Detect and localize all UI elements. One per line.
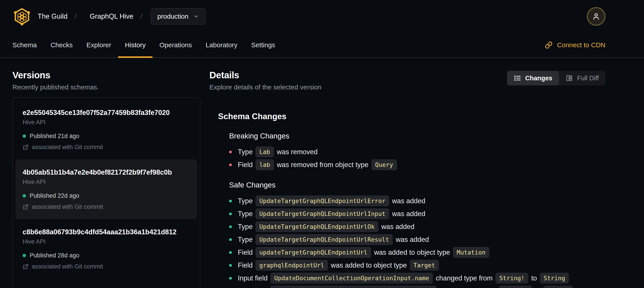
versions-title: Versions bbox=[12, 70, 200, 81]
change-item: Fieldlabwas removed from object typeQuer… bbox=[229, 159, 606, 170]
breadcrumb-separator: / bbox=[74, 13, 76, 20]
tab-checks[interactable]: Checks bbox=[50, 33, 73, 57]
change-item: FieldgraphqlEndpointUrlwas added to obje… bbox=[229, 260, 606, 271]
view-toggle: Changes Full Diff bbox=[507, 71, 606, 85]
change-text: was removed from object type bbox=[277, 161, 368, 169]
change-text: Input field bbox=[238, 287, 268, 288]
version-service: Hive API bbox=[22, 238, 190, 245]
version-service: Hive API bbox=[22, 119, 190, 126]
change-text: Type bbox=[238, 197, 253, 205]
version-card[interactable]: a823f6db2a55df877dcf406006abca97fcc4858c… bbox=[16, 279, 197, 288]
tab-operations[interactable]: Operations bbox=[159, 33, 192, 57]
external-link-icon bbox=[22, 144, 28, 150]
published-text: Published 21d ago bbox=[30, 133, 79, 140]
target-selector[interactable]: production bbox=[151, 8, 206, 25]
change-text: was added bbox=[396, 236, 429, 244]
version-service: Hive API bbox=[22, 179, 190, 185]
change-bullet bbox=[229, 277, 232, 279]
breadcrumb-org[interactable]: The Guild bbox=[38, 13, 67, 21]
change-text: Field bbox=[238, 161, 253, 169]
breaking-changes-title: Breaking Changes bbox=[229, 132, 606, 140]
change-text: Field bbox=[238, 248, 253, 256]
version-published-row: Published 21d ago bbox=[22, 133, 190, 140]
tab-explorer[interactable]: Explorer bbox=[86, 33, 111, 57]
main-content: Versions Recently published schemas. e2e… bbox=[0, 58, 644, 288]
schema-changes-section: Schema Changes Breaking Changes TypeLabw… bbox=[210, 112, 606, 288]
version-git-row[interactable]: associated with Git commit bbox=[22, 144, 190, 151]
change-bullet bbox=[229, 238, 232, 241]
details-heading-block: Details Explore details of the selected … bbox=[210, 70, 321, 91]
change-text: to bbox=[531, 274, 537, 282]
project-tabs: SchemaChecksExplorerHistoryOperationsLab… bbox=[12, 33, 289, 57]
tab-label: History bbox=[125, 41, 146, 49]
published-text: Published 22d ago bbox=[30, 192, 79, 199]
versions-list: e2e55045345ce13fe07f52a77459b83fa3fe7020… bbox=[12, 97, 200, 288]
hive-logo-icon[interactable] bbox=[12, 7, 32, 26]
change-item: Input fieldUpdateDocumentCollectionOpera… bbox=[229, 285, 606, 288]
breadcrumb-project[interactable]: GraphQL Hive bbox=[90, 13, 134, 21]
change-item: FieldupdateTargetGraphQLEndpointUrlwas a… bbox=[229, 247, 606, 258]
version-card[interactable]: e2e55045345ce13fe07f52a77459b83fa3fe7020… bbox=[16, 100, 197, 160]
full-diff-toggle-label: Full Diff bbox=[577, 75, 599, 82]
code-badge: Lab bbox=[256, 146, 274, 157]
safe-changes-list: TypeUpdateTargetGraphQLEndpointUrlErrorw… bbox=[229, 195, 606, 288]
code-badge: UpdateTargetGraphQLEndpointUrlError bbox=[256, 195, 389, 206]
changes-toggle-label: Changes bbox=[525, 75, 552, 82]
version-git-row[interactable]: associated with Git commit bbox=[22, 203, 190, 210]
user-menu-button[interactable] bbox=[587, 7, 606, 26]
full-diff-toggle-button[interactable]: Full Diff bbox=[559, 71, 606, 85]
version-card[interactable]: 4b05ab51b1b4a7e2e4b0ef82172f2b9f7ef98c0b… bbox=[16, 160, 197, 219]
tab-laboratory[interactable]: Laboratory bbox=[206, 33, 237, 57]
change-item: TypeUpdateTargetGraphQLEndpointUrlResult… bbox=[229, 234, 606, 245]
tab-label: Laboratory bbox=[206, 41, 237, 49]
code-badge: UpdateDocumentCollectionOperationInput.q… bbox=[270, 285, 436, 288]
columns-icon bbox=[566, 74, 573, 82]
changes-toggle-button[interactable]: Changes bbox=[507, 71, 559, 85]
code-badge: String bbox=[544, 285, 573, 288]
top-bar: The Guild / GraphQL Hive / production bbox=[0, 0, 644, 33]
code-badge: UpdateTargetGraphQLEndpointUrlOk bbox=[256, 221, 378, 232]
version-git-row[interactable]: associated with Git commit bbox=[22, 263, 190, 270]
link-icon bbox=[545, 41, 553, 49]
code-badge: updateTargetGraphQLEndpointUrl bbox=[256, 247, 371, 258]
connect-to-cdn-link[interactable]: Connect to CDN bbox=[545, 33, 606, 57]
change-item: TypeUpdateTargetGraphQLEndpointUrlErrorw… bbox=[229, 195, 606, 206]
tab-label: Operations bbox=[159, 41, 192, 49]
breadcrumb-separator: / bbox=[140, 13, 142, 20]
code-badge: Query bbox=[372, 159, 397, 170]
change-text: changed type from bbox=[436, 274, 493, 282]
chevron-down-icon bbox=[193, 14, 199, 19]
version-card[interactable]: c8b6e88a06793b9c4dfd54aaa21b36a1b421d812… bbox=[16, 219, 197, 279]
change-text: Type bbox=[238, 223, 253, 231]
code-badge: lab bbox=[256, 159, 274, 170]
schema-changes-title: Schema Changes bbox=[218, 112, 606, 121]
safe-changes-group: Safe Changes TypeUpdateTargetGraphQLEndp… bbox=[218, 181, 606, 288]
change-text: Type bbox=[238, 148, 253, 156]
change-text: was added bbox=[392, 210, 425, 218]
change-bullet bbox=[229, 213, 232, 215]
tab-schema[interactable]: Schema bbox=[12, 33, 37, 57]
code-badge: String! bbox=[496, 273, 528, 283]
change-text: Field bbox=[238, 261, 253, 269]
tab-settings[interactable]: Settings bbox=[251, 33, 275, 57]
git-commit-text: associated with Git commit bbox=[32, 144, 103, 151]
change-text: to bbox=[535, 287, 540, 288]
git-commit-text: associated with Git commit bbox=[32, 203, 103, 210]
target-selector-value: production bbox=[157, 13, 188, 20]
change-text: was added to object type bbox=[374, 248, 450, 256]
connect-to-cdn-label: Connect to CDN bbox=[557, 41, 606, 49]
published-status-dot bbox=[22, 194, 26, 197]
change-item: TypeUpdateTargetGraphQLEndpointUrlOkwas … bbox=[229, 221, 606, 232]
published-status-dot bbox=[22, 134, 26, 138]
published-status-dot bbox=[22, 254, 26, 257]
details-panel: Details Explore details of the selected … bbox=[210, 70, 606, 288]
change-text: changed type from bbox=[440, 287, 496, 288]
tab-label: Settings bbox=[251, 41, 275, 49]
tab-history[interactable]: History bbox=[125, 33, 146, 57]
version-published-row: Published 22d ago bbox=[22, 192, 190, 199]
code-badge: UpdateDocumentCollectionOperationInput.n… bbox=[270, 273, 433, 283]
external-link-icon bbox=[22, 204, 28, 210]
details-header: Details Explore details of the selected … bbox=[210, 70, 606, 91]
change-text: was added bbox=[381, 223, 414, 231]
tab-label: Schema bbox=[12, 41, 37, 49]
